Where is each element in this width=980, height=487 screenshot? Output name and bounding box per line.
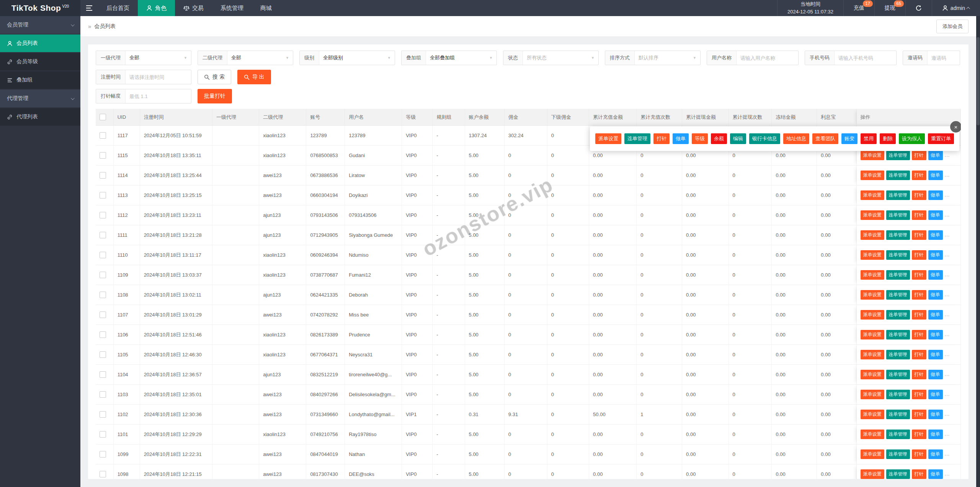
export-button[interactable]: 导 出 xyxy=(237,70,271,84)
row-action-打针[interactable]: 打针 xyxy=(912,151,926,160)
row-more-actions[interactable]: ... xyxy=(945,192,950,198)
withdraw-button[interactable]: 提现 65 xyxy=(875,0,905,16)
filter-input-3[interactable]: 邀请码 xyxy=(903,51,960,65)
sidebar-item-会员列表[interactable]: 会员列表 xyxy=(0,34,80,52)
row-action-派单设置[interactable]: 派单设置 xyxy=(861,151,884,160)
row-action-做单[interactable]: 做单 xyxy=(928,151,943,160)
row-action-做单[interactable]: 做单 xyxy=(928,390,943,399)
row-action-派单设置[interactable]: 派单设置 xyxy=(861,230,884,240)
row-checkbox[interactable] xyxy=(100,212,106,218)
row-action-连单管理[interactable]: 连单管理 xyxy=(886,370,910,379)
row-action-做单[interactable]: 做单 xyxy=(928,171,943,180)
popup-action-连单管理[interactable]: 连单管理 xyxy=(624,133,650,144)
batch-inject-button[interactable]: 批量打针 xyxy=(198,89,232,103)
row-action-连单管理[interactable]: 连单管理 xyxy=(886,330,910,339)
popup-action-重置订单[interactable]: 重置订单 xyxy=(928,133,954,144)
sidebar-group-1[interactable]: 会员管理 xyxy=(0,16,80,34)
row-action-打针[interactable]: 打针 xyxy=(912,250,926,260)
row-checkbox[interactable] xyxy=(100,411,106,418)
row-checkbox[interactable] xyxy=(100,351,106,358)
row-action-打针[interactable]: 打针 xyxy=(912,270,926,280)
row-checkbox[interactable] xyxy=(100,331,106,338)
row-action-做单[interactable]: 做单 xyxy=(928,210,943,220)
row-action-打针[interactable]: 打针 xyxy=(912,171,926,180)
popup-action-做单[interactable]: 做单 xyxy=(673,133,689,144)
row-action-做单[interactable]: 做单 xyxy=(928,449,943,459)
row-action-打针[interactable]: 打针 xyxy=(912,449,926,459)
row-more-actions[interactable]: ... xyxy=(945,471,950,477)
row-action-做单[interactable]: 做单 xyxy=(928,270,943,280)
row-action-打针[interactable]: 打针 xyxy=(912,190,926,200)
row-action-做单[interactable]: 做单 xyxy=(928,410,943,419)
inject-range-field[interactable]: 打针幅度 xyxy=(96,89,191,103)
nav-item-4[interactable]: 系统管理 xyxy=(212,0,252,16)
row-checkbox[interactable] xyxy=(100,152,106,159)
filter-input-field[interactable] xyxy=(835,51,896,65)
row-action-打针[interactable]: 打针 xyxy=(912,350,926,359)
row-action-做单[interactable]: 做单 xyxy=(928,190,943,200)
popup-action-派单设置[interactable]: 派单设置 xyxy=(595,133,621,144)
sidebar-group-2[interactable]: 代理管理 xyxy=(0,90,80,107)
row-action-做单[interactable]: 做单 xyxy=(928,330,943,339)
popup-action-账变[interactable]: 账变 xyxy=(841,133,858,144)
row-more-actions[interactable]: ... xyxy=(945,212,950,218)
row-action-做单[interactable]: 做单 xyxy=(928,310,943,320)
row-action-连单管理[interactable]: 连单管理 xyxy=(886,310,910,320)
row-more-actions[interactable]: ... xyxy=(945,272,950,277)
row-checkbox[interactable] xyxy=(100,172,106,179)
row-more-actions[interactable]: ... xyxy=(945,431,950,437)
row-more-actions[interactable]: ... xyxy=(945,331,950,337)
add-member-button[interactable]: 添加会员 xyxy=(936,20,969,33)
filter-input-field[interactable] xyxy=(737,51,798,65)
row-action-打针[interactable]: 打针 xyxy=(912,430,926,439)
row-action-连单管理[interactable]: 连单管理 xyxy=(886,190,910,200)
row-action-做单[interactable]: 做单 xyxy=(928,250,943,260)
inject-range-input[interactable] xyxy=(126,89,191,103)
row-action-做单[interactable]: 做单 xyxy=(928,430,943,439)
row-action-派单设置[interactable]: 派单设置 xyxy=(861,390,884,399)
refresh-button[interactable] xyxy=(906,0,932,16)
filter-select-5[interactable]: 状态所有状态▼ xyxy=(503,51,599,65)
filter-select-3[interactable]: 级别全部级别▼ xyxy=(299,51,395,65)
filter-select-4[interactable]: 叠加组全部叠加组▼ xyxy=(401,51,497,65)
nav-item-3[interactable]: 交易 xyxy=(175,0,212,16)
row-more-actions[interactable]: ... xyxy=(945,451,950,457)
row-checkbox[interactable] xyxy=(100,272,106,278)
row-action-做单[interactable]: 做单 xyxy=(928,469,943,479)
nav-item-5[interactable]: 商城 xyxy=(252,0,280,16)
row-action-派单设置[interactable]: 派单设置 xyxy=(861,310,884,320)
row-action-连单管理[interactable]: 连单管理 xyxy=(886,469,910,479)
recharge-button[interactable]: 充值 17 xyxy=(844,0,874,16)
filter-input-2[interactable]: 手机号码 xyxy=(805,51,897,65)
row-action-派单设置[interactable]: 派单设置 xyxy=(861,330,884,339)
row-action-派单设置[interactable]: 派单设置 xyxy=(861,290,884,300)
filter-input-1[interactable]: 用户名称 xyxy=(707,51,799,65)
filter-input-field[interactable] xyxy=(928,51,960,65)
register-time-picker[interactable]: 注册时间 xyxy=(96,70,191,84)
row-action-派单设置[interactable]: 派单设置 xyxy=(861,250,884,260)
popup-action-删除[interactable]: 删除 xyxy=(880,133,896,144)
row-action-连单管理[interactable]: 连单管理 xyxy=(886,270,910,280)
row-more-actions[interactable]: ... xyxy=(945,391,950,397)
row-more-actions[interactable]: ... xyxy=(945,371,950,377)
row-checkbox[interactable] xyxy=(100,232,106,238)
row-more-actions[interactable]: ... xyxy=(945,411,950,417)
row-action-连单管理[interactable]: 连单管理 xyxy=(886,171,910,180)
row-more-actions[interactable]: ... xyxy=(945,252,950,257)
popup-action-编辑[interactable]: 编辑 xyxy=(730,133,746,144)
row-checkbox[interactable] xyxy=(100,252,106,258)
scrollbar-thumb[interactable] xyxy=(977,37,980,125)
sidebar-item-叠加组[interactable]: 叠加组 xyxy=(0,71,80,89)
nav-item-2[interactable]: 角色 xyxy=(138,0,175,16)
row-checkbox[interactable] xyxy=(100,292,106,298)
row-action-连单管理[interactable]: 连单管理 xyxy=(886,410,910,419)
row-action-打针[interactable]: 打针 xyxy=(912,210,926,220)
row-action-打针[interactable]: 打针 xyxy=(912,410,926,419)
row-action-连单管理[interactable]: 连单管理 xyxy=(886,449,910,459)
popup-action-打针[interactable]: 打针 xyxy=(653,133,670,144)
row-action-做单[interactable]: 做单 xyxy=(928,290,943,300)
row-action-连单管理[interactable]: 连单管理 xyxy=(886,350,910,359)
row-more-actions[interactable]: ... xyxy=(945,232,950,238)
row-action-打针[interactable]: 打针 xyxy=(912,310,926,320)
filter-select-1[interactable]: 一级代理全部▼ xyxy=(96,51,191,65)
